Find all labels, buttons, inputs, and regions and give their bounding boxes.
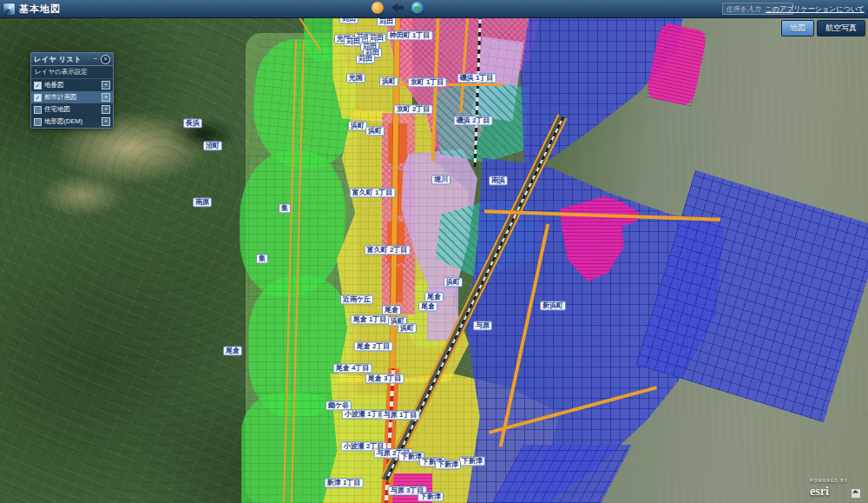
basemap-map-button[interactable]: 地図: [781, 20, 814, 36]
basemap-aerial-button[interactable]: 航空写真: [817, 20, 865, 36]
layer-checkbox[interactable]: [34, 106, 42, 114]
layer-label: 地番図: [44, 81, 99, 89]
layer-item[interactable]: 地形図(DEM)+: [31, 116, 113, 128]
layer-panel-subtitle: レイヤの表示設定: [31, 66, 113, 79]
layer-checkbox[interactable]: ✓: [34, 82, 42, 89]
layer-checkbox[interactable]: ✓: [34, 94, 42, 102]
layer-expand-button[interactable]: +: [102, 81, 110, 89]
layer-checkbox[interactable]: [34, 118, 42, 126]
page-title: 基本地図: [19, 3, 61, 16]
globe-icon[interactable]: [411, 2, 424, 14]
minimize-icon[interactable]: −: [91, 56, 99, 63]
zone-teal-hatched: [432, 80, 529, 162]
pan-arrow-icon[interactable]: [391, 2, 404, 14]
layer-panel-header: レイヤ リスト − ×: [31, 53, 113, 66]
road-north-horizontal: [382, 83, 503, 86]
layer-item[interactable]: ✓都市計画図+: [31, 91, 113, 103]
app-logo-icon: [3, 3, 15, 15]
layer-label: 住宅地図: [44, 105, 99, 114]
close-icon[interactable]: ×: [101, 55, 110, 64]
basemap-toggle: 地図 航空写真: [781, 20, 865, 36]
layer-item[interactable]: ✓地番図+: [31, 79, 113, 91]
layer-item[interactable]: 住宅地図+: [31, 103, 113, 116]
layer-list-panel: レイヤ リスト − × レイヤの表示設定 ✓地番図+✓都市計画図+住宅地図+地形…: [30, 52, 114, 129]
powered-by-text: POWERED BY: [810, 478, 848, 483]
layer-expand-button[interactable]: +: [102, 105, 110, 114]
toolbar: [372, 2, 424, 14]
layer-expand-button[interactable]: +: [102, 117, 110, 126]
overview-map-icon[interactable]: [372, 2, 384, 14]
about-application-link[interactable]: このアプリケーションについて: [766, 4, 865, 14]
zone-magenta: [391, 473, 432, 503]
layer-expand-button[interactable]: +: [102, 93, 110, 102]
titlebar: 基本地図 このアプリケーションについて: [0, 0, 868, 18]
map-canvas[interactable]: 苅田苅田苅田苅田光国苅田苅田苅田苅田神田町 1丁目光国磯浜 1丁目京町 1丁目浜…: [0, 0, 868, 503]
attribution: POWERED BY esri: [810, 478, 861, 499]
layer-panel-title: レイヤ リスト: [34, 55, 91, 64]
attribution-expand-icon[interactable]: [851, 488, 861, 499]
layer-label: 地形図(DEM): [44, 117, 99, 126]
esri-logo: esri: [810, 485, 829, 498]
layer-items: ✓地番図+✓都市計画図+住宅地図+地形図(DEM)+: [31, 79, 113, 128]
layer-label: 都市計画図: [44, 93, 99, 102]
application-window: 苅田苅田苅田苅田光国苅田苅田苅田苅田神田町 1丁目光国磯浜 1丁目京町 1丁目浜…: [0, 0, 868, 503]
